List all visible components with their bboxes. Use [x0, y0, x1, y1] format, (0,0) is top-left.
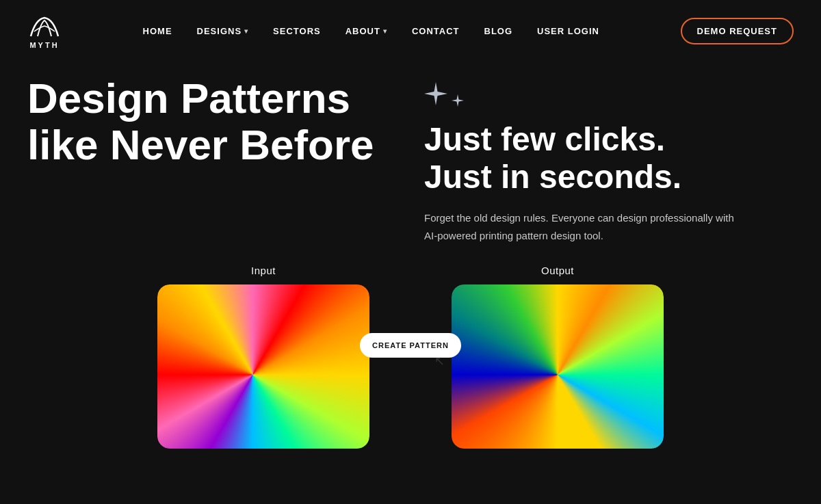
nav-user-login[interactable]: USER LOGIN: [537, 26, 599, 36]
input-label: Input: [251, 265, 276, 276]
input-tiedye-pattern: [157, 284, 369, 449]
nav-sectors[interactable]: SECTORS: [273, 26, 321, 36]
designs-chevron-icon: ▾: [244, 27, 248, 35]
hero-headline: Design Patterns like Never Before: [27, 75, 397, 168]
tagline-heading: Just few clicks.Just in seconds.: [424, 120, 794, 196]
about-chevron-icon: ▾: [383, 27, 387, 35]
nav-about[interactable]: ABOUT ▾: [346, 26, 387, 36]
header: MYTH HOME DESIGNS ▾ SECTORS ABOUT ▾ CONT…: [0, 0, 821, 62]
create-button-wrapper: CREATE PATTERN ↖: [369, 333, 452, 358]
input-card-image: [157, 284, 369, 449]
output-label: Output: [541, 265, 574, 276]
sparkle-small-icon: [452, 94, 464, 109]
nav-designs[interactable]: DESIGNS ▾: [197, 26, 249, 36]
output-card-wrapper: Output: [452, 265, 664, 449]
create-pattern-button[interactable]: CREATE PATTERN: [360, 333, 461, 358]
logo[interactable]: MYTH: [27, 12, 62, 49]
cards-section: Input CREATE PATTERN ↖ Output: [0, 244, 821, 449]
hero-right: Just few clicks.Just in seconds. Forget …: [397, 75, 794, 244]
nav-home[interactable]: HOME: [143, 26, 172, 36]
hero-left: Design Patterns like Never Before: [27, 75, 397, 244]
output-tiedye-pattern: [452, 284, 664, 449]
output-card-image: [452, 284, 664, 449]
sparkle-large-icon: [424, 82, 447, 109]
sparkle-area: [424, 82, 794, 109]
main-nav: HOME DESIGNS ▾ SECTORS ABOUT ▾ CONTACT B…: [143, 26, 599, 36]
nav-contact[interactable]: CONTACT: [412, 26, 460, 36]
logo-icon: [27, 12, 62, 40]
hero-section: Design Patterns like Never Before Just f…: [0, 62, 821, 244]
tagline-body: Forget the old design rules. Everyone ca…: [424, 209, 739, 244]
input-card-wrapper: Input: [157, 265, 369, 449]
demo-request-button[interactable]: DEMO REQUEST: [681, 18, 794, 44]
nav-blog[interactable]: BLOG: [484, 26, 513, 36]
logo-text: MYTH: [29, 41, 59, 49]
